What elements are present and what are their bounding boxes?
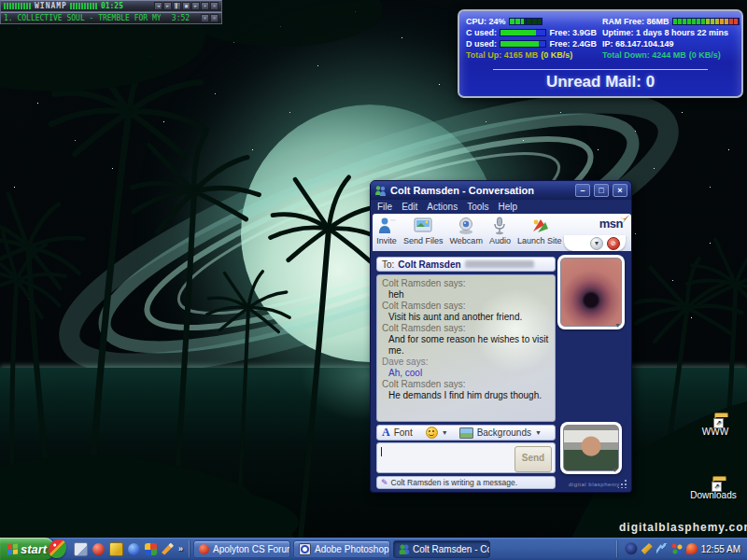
messenger-titlebar[interactable]: Colt Ramsden - Conversation – □ × [371, 181, 631, 200]
menu-edit[interactable]: Edit [402, 202, 417, 212]
winamp-play-button[interactable]: ► [163, 2, 172, 10]
winamp-stop-button[interactable]: ■ [182, 2, 190, 10]
winamp-pause-button[interactable]: ▌ [173, 2, 181, 10]
send-button[interactable]: Send [514, 446, 552, 472]
quicklaunch-overflow-chevron[interactable]: » [178, 544, 183, 553]
task-button-apolyton[interactable]: Apolyton CS Forums -... [193, 540, 290, 558]
browser-quicklaunch-icon[interactable] [92, 543, 105, 555]
message-input[interactable]: Send [376, 442, 556, 473]
winamp-close-button[interactable]: × [210, 2, 218, 10]
uptime-label: Uptime: 1 days 8 hours 22 mins [602, 28, 728, 37]
shortcut-arrow-icon: ↗ [713, 418, 724, 428]
d-drive-label: D used: [466, 39, 497, 49]
contact-display-picture[interactable]: ▼ [557, 255, 625, 329]
winamp-shade-button[interactable]: ▾ [201, 2, 209, 10]
media-quicklaunch-icon[interactable] [109, 542, 123, 556]
messenger-quicklaunch-icon[interactable] [145, 543, 157, 555]
user-display-picture[interactable]: ▼ [560, 422, 622, 474]
collapse-arrow-button[interactable]: ▼ [590, 237, 603, 250]
desktop-icon-www[interactable]: ↗ WWW [687, 416, 743, 437]
winamp-playlist-shade[interactable]: 1. COLLECTIVE SOUL - TREMBLE FOR MY BELO… [0, 12, 222, 24]
menu-tools[interactable]: Tools [467, 202, 488, 212]
c-drive-bar [500, 29, 546, 36]
background-watermark: digital blasphemy [569, 482, 620, 487]
d-drive-free: Free: 2.4GB [549, 39, 597, 49]
menu-file[interactable]: File [377, 202, 392, 212]
task-button-photoshop[interactable]: Adobe Photoshop - [... [293, 540, 390, 558]
launch-site-button[interactable]: Launch Site [517, 217, 562, 245]
winamp-player[interactable]: WINAMP 01:25 ◄ ► ▌ ■ ► ▾ × 1. COLLECTIVE… [0, 0, 222, 24]
tray-divider [616, 540, 617, 557]
download-rate: (0 KB/s) [689, 50, 721, 60]
unread-mail-status: Unread Mail: 0 [459, 73, 741, 91]
winamp-track-title: 1. COLLECTIVE SOUL - TREMBLE FOR MY BELO… [4, 14, 161, 22]
note-tray-icon[interactable] [641, 543, 653, 554]
cpu-usage-bar [509, 18, 543, 25]
launch-site-icon [529, 217, 550, 235]
audio-button[interactable]: Audio [489, 217, 511, 245]
start-button[interactable]: start [0, 538, 54, 560]
msn-logo: msn [599, 217, 623, 231]
shortcut-arrow-icon: ↗ [712, 482, 722, 492]
winamp-prev-button[interactable]: ◄ [154, 2, 162, 10]
close-button[interactable]: × [613, 184, 627, 197]
emoticon-dropdown-arrow[interactable]: ▼ [442, 429, 448, 436]
network-quicklaunch-icon[interactable] [128, 543, 140, 555]
editor-quicklaunch-icon[interactable] [162, 543, 174, 555]
webcam-icon [456, 217, 476, 235]
messenger-conversation-window: Colt Ramsden - Conversation – □ × File E… [370, 180, 632, 493]
messenger-tray-icon[interactable] [671, 543, 683, 554]
font-icon: A [382, 426, 390, 440]
network-tray-icon[interactable] [656, 543, 668, 554]
alert-tray-icon[interactable] [686, 543, 698, 554]
webcam-stop-button[interactable]: ⊘ [607, 237, 620, 250]
user-picture-dropdown-arrow[interactable]: ▼ [612, 467, 618, 473]
total-upload: Total Up: 4165 MB [466, 50, 538, 60]
winamp-main-shade[interactable]: WINAMP 01:25 ◄ ► ▌ ■ ► ▾ × [0, 0, 222, 12]
backgrounds-dropdown-arrow[interactable]: ▼ [535, 429, 542, 436]
menu-help[interactable]: Help [499, 202, 518, 212]
quick-launch-bar: » [72, 542, 187, 556]
winamp-app-label: WINAMP [35, 2, 67, 10]
desktop-icon-downloads[interactable]: ↗ Downloads [685, 480, 741, 500]
globe-tray-icon[interactable] [625, 542, 638, 555]
upload-rate: (0 KB/s) [541, 50, 572, 60]
folder-icon: ↗ [712, 479, 714, 491]
conversation-history[interactable]: Colt Ramsden says: heh Colt Ramsden says… [376, 274, 556, 422]
taskbar-clock[interactable]: 12:55 AM [701, 544, 740, 554]
font-button[interactable]: Font [394, 427, 413, 438]
resize-grip[interactable] [618, 479, 627, 488]
total-download: Total Down: 4244 MB [602, 50, 686, 60]
messenger-window-icon [374, 185, 387, 197]
message: Colt Ramsden says: And for some reason h… [382, 323, 550, 357]
text-caret [381, 447, 382, 456]
window-title: Colt Ramsden - Conversation [390, 185, 571, 196]
parrot-app-icon[interactable] [49, 539, 66, 558]
task-button-messenger[interactable]: Colt Ramsden - Conv... [393, 540, 490, 558]
minimize-button[interactable]: – [575, 184, 590, 197]
invite-button[interactable]: Invite [376, 217, 397, 245]
webcam-button[interactable]: Webcam [450, 217, 483, 245]
messenger-status-bar: ✎ Colt Ramsden is writing a message. [376, 476, 556, 489]
winamp-track-duration: 3:52 [172, 14, 190, 22]
backgrounds-button[interactable]: Backgrounds [477, 427, 531, 438]
typing-status: Colt Ramsden is writing a message. [391, 478, 518, 487]
contact-eye-photo [560, 258, 622, 327]
to-label: To: [382, 259, 394, 270]
winamp-next-button[interactable]: ► [191, 2, 200, 10]
winamp-visualizer [4, 3, 32, 9]
c-drive-label: C used: [466, 28, 497, 37]
contact-picture-dropdown-arrow[interactable]: ▼ [614, 322, 621, 329]
browser-task-icon [199, 544, 209, 554]
emoticon-icon[interactable] [426, 427, 438, 439]
maximize-button[interactable]: □ [594, 184, 609, 197]
playlist-shade-button[interactable]: ▾ [201, 14, 209, 22]
send-files-button[interactable]: Send Files [403, 217, 444, 245]
message: Colt Ramsden says: heh [382, 278, 550, 301]
folder-icon: ↗ [714, 415, 716, 427]
menu-actions[interactable]: Actions [427, 202, 458, 212]
playlist-close-button[interactable]: × [210, 14, 218, 22]
photoshop-task-icon [299, 543, 311, 555]
show-desktop-icon[interactable] [74, 542, 88, 556]
windows-flag-icon [7, 543, 18, 554]
